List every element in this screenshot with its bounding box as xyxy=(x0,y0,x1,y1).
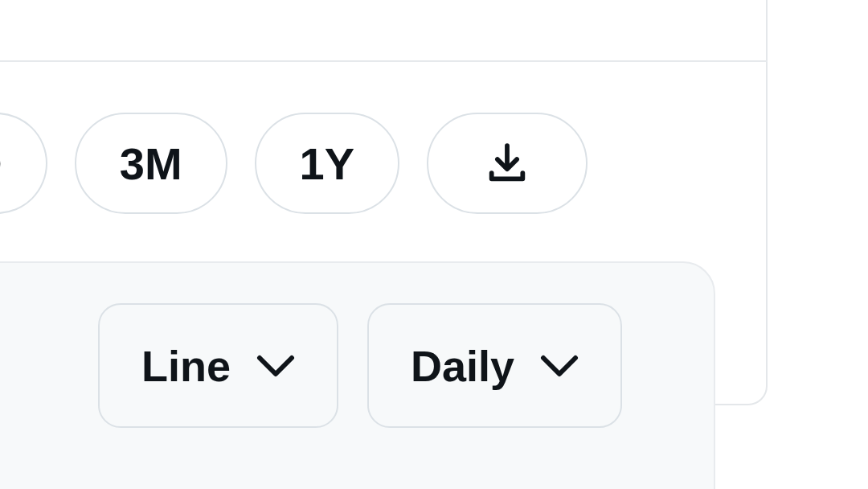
granularity-dropdown[interactable]: Daily xyxy=(367,303,622,428)
panel-divider xyxy=(0,60,768,62)
time-range-label: 3M xyxy=(120,138,182,190)
time-range-label: 28D xyxy=(0,138,2,190)
time-range-28d[interactable]: 28D xyxy=(0,113,47,214)
download-icon xyxy=(484,140,530,187)
time-range-1y[interactable]: 1Y xyxy=(255,113,400,214)
chart-type-dropdown[interactable]: Line xyxy=(98,303,338,428)
chart-type-label: Line xyxy=(141,341,231,391)
granularity-label: Daily xyxy=(411,341,514,391)
download-button[interactable] xyxy=(427,113,588,214)
chart-controls-row: Line Daily xyxy=(98,303,622,428)
time-range-row: 28D 3M 1Y xyxy=(0,113,588,214)
chart-card: Line Daily xyxy=(0,261,715,489)
time-range-label: 1Y xyxy=(300,138,355,190)
chevron-down-icon xyxy=(256,354,295,378)
chevron-down-icon xyxy=(540,354,579,378)
time-range-3m[interactable]: 3M xyxy=(75,113,227,214)
